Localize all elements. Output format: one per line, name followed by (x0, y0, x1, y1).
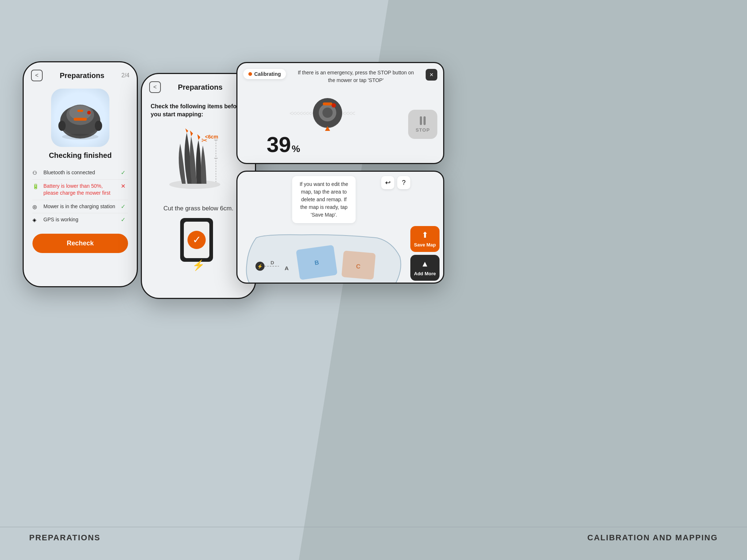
mower-device-svg (311, 95, 344, 132)
bottom-labels: PREPARATIONS CALIBRATION AND MAPPING (0, 527, 747, 542)
stop-label: STOP (415, 127, 430, 133)
svg-text:⚡: ⚡ (257, 264, 263, 269)
map-instruction-wrapper: If you want to edit the map, tap the are… (270, 176, 378, 223)
bottom-label-right: CALIBRATION AND MAPPING (587, 533, 718, 542)
map-instruction-text: If you want to edit the map, tap the are… (292, 176, 356, 223)
phone1-step: 2/4 (121, 72, 129, 79)
gps-icon: ◈ (32, 217, 40, 223)
check-item-battery: 🔋 Battery is lower than 50%, please char… (32, 180, 128, 200)
add-more-icon: ▲ (421, 259, 429, 269)
add-more-label: Add More (414, 271, 436, 276)
stop-button[interactable]: STOP (408, 110, 437, 139)
pause-icon (420, 116, 426, 125)
svg-point-19 (322, 108, 333, 118)
battery-status: ✕ (121, 183, 128, 190)
bluetooth-icon: ⚇ (32, 170, 40, 176)
back-button-2[interactable]: < (149, 81, 161, 93)
calibrating-badge: Calibrating (243, 69, 286, 79)
battery-text: Battery is lower than 50%, please charge… (43, 183, 117, 197)
svg-rect-5 (77, 110, 83, 112)
mower-illustration (51, 89, 109, 147)
pause-bar-2 (423, 116, 426, 125)
check-item-bluetooth: ⚇ Bluetooth is connected ✓ (32, 166, 128, 180)
phone-screen-1: < Preparations 2/4 Checking finished (23, 61, 138, 287)
svg-point-8 (95, 121, 102, 131)
battery-icon: 🔋 (32, 183, 40, 189)
gps-text: GPS is working (43, 216, 117, 223)
svg-text:D: D (271, 260, 274, 265)
map-action-icons: ↩ ? (381, 176, 410, 189)
save-map-icon: ⬆ (422, 230, 428, 240)
add-more-button[interactable]: ▲ Add More (410, 255, 440, 281)
check-list: ⚇ Bluetooth is connected ✓ 🔋 Battery is … (24, 166, 137, 226)
mower-top-view (311, 95, 344, 133)
bluetooth-status: ✓ (121, 169, 128, 176)
svg-point-21 (332, 103, 336, 108)
map-body: ⚡ D A B C (237, 226, 443, 284)
recheck-button[interactable]: Recheck (32, 234, 128, 253)
bluetooth-text: Bluetooth is connected (43, 169, 117, 176)
svg-point-9 (62, 134, 98, 140)
emergency-text: If there is an emergency, press the STOP… (290, 69, 421, 84)
pause-bar-1 (420, 116, 422, 125)
svg-text:C: C (356, 263, 361, 270)
charging-text: Mower is in the charging station (43, 203, 117, 210)
map-view[interactable]: ⚡ D A B C (241, 226, 407, 284)
grass-svg: ✂ <6cm (162, 125, 235, 191)
calibration-panel: Calibrating If there is an emergency, pr… (236, 62, 444, 164)
calibration-header: Calibrating If there is an emergency, pr… (237, 63, 443, 88)
calibrating-label: Calibrating (254, 71, 281, 77)
save-map-button[interactable]: ⬆ Save Map (410, 226, 440, 252)
map-header: If you want to edit the map, tap the are… (237, 172, 443, 226)
phone2-title: Preparations (178, 83, 222, 92)
svg-point-6 (87, 111, 91, 114)
bottom-label-left: PREPARATIONS (29, 533, 101, 542)
check-item-gps: ◈ GPS is working ✓ (32, 213, 128, 226)
check-item-charging: ◎ Mower is in the charging station ✓ (32, 200, 128, 214)
undo-button[interactable]: ↩ (381, 176, 394, 189)
percent-sign: % (292, 143, 300, 155)
calibrating-dot (248, 72, 252, 76)
back-button-1[interactable]: < (31, 70, 43, 81)
save-map-label: Save Map (414, 242, 436, 248)
svg-rect-20 (323, 102, 332, 105)
help-button[interactable]: ? (397, 176, 410, 189)
mower-svg (55, 96, 106, 140)
charging-status: ✓ (121, 203, 128, 210)
map-panel: If you want to edit the map, tap the are… (236, 171, 444, 284)
close-button[interactable]: × (426, 69, 437, 81)
svg-point-7 (58, 121, 66, 131)
gps-status: ✓ (121, 216, 128, 223)
checking-title: Checking finished (24, 151, 137, 160)
map-action-buttons: ⬆ Save Map ▲ Add More (410, 226, 440, 284)
phone1-header: < Preparations 2/4 (24, 62, 137, 85)
svg-text:A: A (285, 265, 289, 271)
percentage-display: 39 % (267, 132, 300, 157)
percentage-value: 39 (267, 132, 291, 157)
location-icon: ◎ (32, 204, 40, 210)
map-svg: ⚡ D A B C (241, 226, 407, 284)
svg-text:<6cm: <6cm (205, 134, 218, 140)
svg-rect-4 (74, 118, 87, 121)
calibration-body: <<<<<<<<<<<<<<<<<<<<< 39 % (237, 88, 443, 161)
phone1-title: Preparations (60, 71, 104, 80)
